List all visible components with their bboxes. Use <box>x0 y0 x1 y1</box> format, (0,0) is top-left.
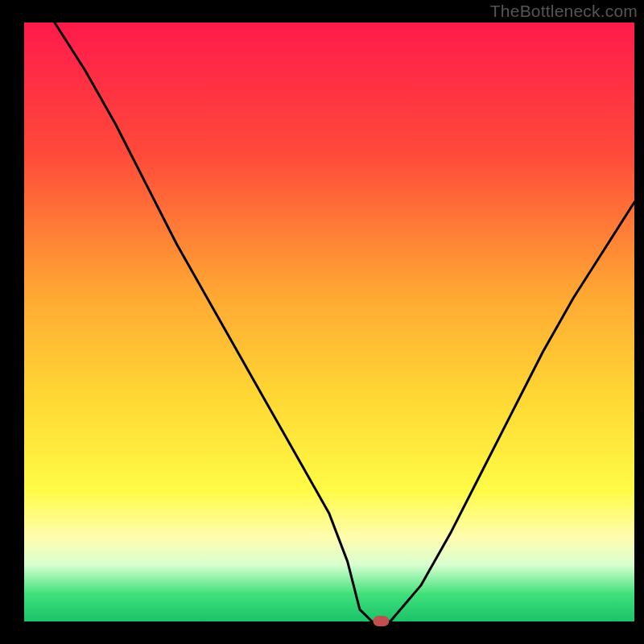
optimal-marker <box>373 616 389 626</box>
chart-stage <box>0 0 644 644</box>
bottleneck-chart <box>0 0 644 644</box>
watermark-text: TheBottleneck.com <box>490 2 638 21</box>
gradient-plot-area <box>24 23 634 621</box>
